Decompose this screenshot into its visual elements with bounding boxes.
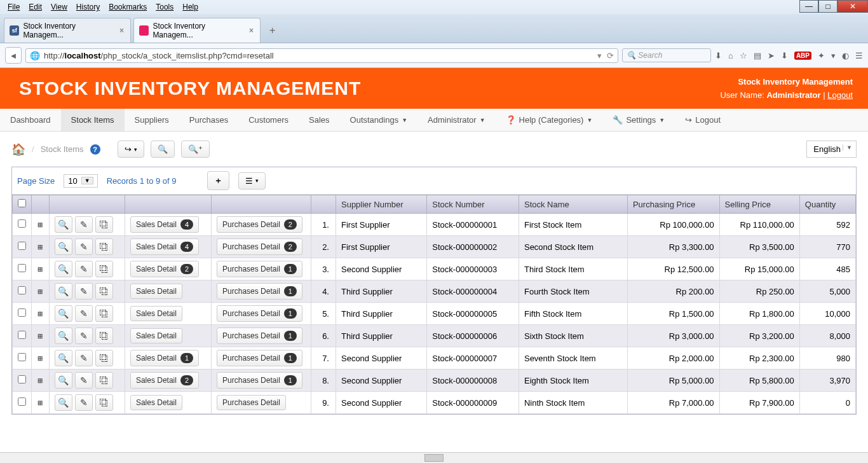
addon-icon[interactable]: ✦ (818, 51, 825, 60)
home-icon[interactable]: 🏠 (11, 142, 25, 156)
edit-icon[interactable]: ✎ (75, 305, 93, 322)
save-icon[interactable]: ⬇ (781, 51, 788, 60)
view-icon[interactable]: 🔍 (55, 394, 72, 411)
menu-bookmarks[interactable]: Bookmarks (105, 1, 151, 13)
col-header[interactable]: Stock Name (519, 195, 627, 214)
menu-icon[interactable]: ☰ (855, 51, 863, 60)
view-icon[interactable]: 🔍 (55, 283, 72, 300)
purchases-detail-button[interactable]: Purchases Detail 1 (217, 350, 302, 366)
browser-tab[interactable]: sfStock Inventory Managem... × (4, 18, 131, 43)
list-options-button[interactable]: ☰ ▾ (238, 172, 266, 190)
row-checkbox[interactable] (18, 308, 26, 317)
purchases-detail-button[interactable]: Purchases Detail 1 (217, 261, 302, 277)
add-button[interactable]: ＋ (207, 171, 229, 190)
minimize-button[interactable]: — (799, 0, 818, 13)
chevron-down-icon[interactable]: ▾ (831, 51, 836, 60)
sales-detail-button[interactable]: Sales Detail 1 (130, 350, 199, 366)
row-checkbox[interactable] (18, 331, 26, 339)
nav-stock-items[interactable]: Stock Items (61, 109, 125, 131)
copy-icon[interactable]: ⿻ (95, 238, 113, 255)
reload-icon[interactable]: ⟳ (607, 51, 614, 60)
expand-button[interactable]: ⊞ (32, 325, 50, 347)
menu-help[interactable]: Help (179, 1, 202, 13)
sales-detail-button[interactable]: Sales Detail (130, 328, 182, 343)
col-header[interactable]: Selling Price (719, 195, 799, 214)
edit-icon[interactable]: ✎ (75, 216, 93, 233)
expand-button[interactable]: ⊞ (32, 214, 50, 236)
edit-icon[interactable]: ✎ (75, 372, 93, 389)
nav-suppliers[interactable]: Suppliers (125, 109, 179, 131)
purchases-detail-button[interactable]: Purchases Detail 1 (217, 283, 302, 300)
edit-icon[interactable]: ✎ (75, 394, 93, 411)
col-header[interactable] (311, 195, 336, 214)
copy-icon[interactable]: ⿻ (95, 283, 113, 300)
copy-icon[interactable]: ⿻ (95, 216, 113, 233)
row-checkbox[interactable] (18, 219, 26, 228)
sync-icon[interactable]: ◐ (842, 51, 849, 60)
sales-detail-button[interactable]: Sales Detail 2 (130, 372, 199, 389)
expand-button[interactable]: ⊞ (32, 303, 50, 325)
nav-administrator[interactable]: Administrator ▼ (417, 109, 496, 131)
col-header[interactable]: Quantity (799, 195, 855, 214)
search-button[interactable]: 🔍 (151, 141, 175, 158)
row-checkbox[interactable] (18, 286, 26, 294)
edit-icon[interactable]: ✎ (75, 238, 93, 255)
language-select[interactable]: English (806, 141, 857, 158)
select-all-checkbox[interactable] (18, 199, 26, 207)
expand-button[interactable]: ⊞ (32, 347, 50, 370)
browser-tab[interactable]: Stock Inventory Managem... × (133, 18, 261, 43)
purchases-detail-button[interactable]: Purchases Detail (217, 395, 286, 410)
nav-dashboard[interactable]: Dashboard (0, 109, 61, 131)
row-checkbox[interactable] (18, 375, 26, 384)
expand-button[interactable]: ⊞ (32, 370, 50, 392)
view-icon[interactable]: 🔍 (55, 328, 72, 344)
abp-icon[interactable]: ABP (794, 52, 811, 60)
menu-history[interactable]: History (72, 1, 104, 13)
nav-sales[interactable]: Sales (299, 109, 340, 131)
col-header[interactable] (49, 195, 125, 214)
copy-icon[interactable]: ⿻ (95, 350, 113, 366)
new-tab-button[interactable]: + (263, 22, 281, 39)
view-icon[interactable]: 🔍 (55, 305, 72, 322)
col-header[interactable]: Purchasing Price (627, 195, 719, 214)
sales-detail-button[interactable]: Sales Detail 2 (130, 261, 199, 277)
close-button[interactable]: ✕ (837, 0, 868, 13)
sales-detail-button[interactable]: Sales Detail (130, 395, 182, 410)
download-icon[interactable]: ⬇ (715, 51, 722, 60)
row-checkbox[interactable] (18, 242, 26, 250)
purchases-detail-button[interactable]: Purchases Detail 1 (217, 372, 302, 389)
search-input[interactable]: 🔍 Search (622, 48, 711, 62)
copy-icon[interactable]: ⿻ (95, 328, 113, 344)
expand-button[interactable]: ⊞ (32, 236, 50, 258)
purchases-detail-button[interactable]: Purchases Detail 1 (217, 328, 302, 344)
nav-customers[interactable]: Customers (238, 109, 299, 131)
copy-icon[interactable]: ⿻ (95, 305, 113, 322)
edit-icon[interactable]: ✎ (75, 350, 93, 366)
sales-detail-button[interactable]: Sales Detail 4 (130, 238, 199, 255)
pagesize-select[interactable]: 10▼ (64, 174, 97, 188)
tab-close-icon[interactable]: × (118, 26, 125, 35)
send-icon[interactable]: ➤ (768, 51, 775, 60)
expand-button[interactable]: ⊞ (32, 392, 50, 414)
home-icon[interactable]: ⌂ (728, 51, 733, 60)
col-header[interactable]: Stock Number (427, 195, 519, 214)
expand-button[interactable]: ⊞ (32, 280, 50, 303)
horizontal-scrollbar[interactable] (0, 452, 868, 463)
copy-icon[interactable]: ⿻ (95, 394, 113, 411)
library-icon[interactable]: ▤ (754, 51, 761, 60)
view-icon[interactable]: 🔍 (55, 216, 72, 233)
export-button[interactable]: ↪ ▾ (118, 141, 144, 158)
nav-logout[interactable]: ↪Logout (675, 109, 731, 131)
sales-detail-button[interactable]: Sales Detail (130, 284, 182, 299)
back-button[interactable]: ◄ (5, 47, 22, 64)
col-header[interactable] (212, 195, 311, 214)
col-header[interactable] (125, 195, 211, 214)
menu-view[interactable]: View (47, 1, 71, 13)
sales-detail-button[interactable]: Sales Detail 4 (130, 216, 199, 233)
col-header[interactable] (32, 195, 50, 214)
row-checkbox[interactable] (18, 397, 26, 406)
purchases-detail-button[interactable]: Purchases Detail 2 (217, 216, 302, 233)
purchases-detail-button[interactable]: Purchases Detail 1 (217, 305, 302, 322)
menu-file[interactable]: File (4, 1, 24, 13)
col-header[interactable] (13, 195, 32, 214)
